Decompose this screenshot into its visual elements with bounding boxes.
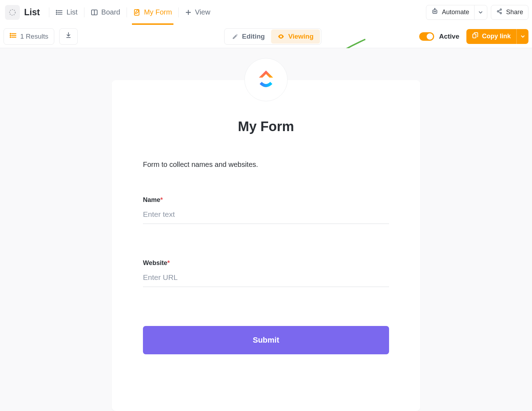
download-icon <box>65 32 72 41</box>
submit-button[interactable]: Submit <box>143 326 389 354</box>
secondary-toolbar: 1 Results Editing Viewing Active <box>0 25 532 48</box>
name-label-text: Name <box>143 196 160 203</box>
required-indicator: * <box>167 259 170 266</box>
svg-point-0 <box>10 10 15 15</box>
copy-link-main[interactable]: Copy link <box>466 29 516 44</box>
tab-label: My Form <box>144 8 172 16</box>
board-icon <box>91 9 98 16</box>
tab-label: Board <box>101 8 120 16</box>
results-label: 1 Results <box>20 33 48 40</box>
field-name: Name* <box>143 196 389 224</box>
right-tools: Active Copy link <box>419 29 528 44</box>
share-icon <box>496 8 503 16</box>
svg-line-20 <box>499 10 500 11</box>
plus-icon <box>185 9 192 16</box>
mode-segment: Editing Viewing <box>224 28 321 45</box>
download-button[interactable] <box>59 28 78 45</box>
svg-point-19 <box>500 12 501 14</box>
list-title: List <box>24 7 40 17</box>
viewing-mode-button[interactable]: Viewing <box>271 29 320 44</box>
list-status-icon[interactable] <box>5 5 20 20</box>
svg-line-21 <box>499 12 500 13</box>
svg-rect-29 <box>473 34 476 38</box>
brand-logo <box>244 58 288 101</box>
results-button[interactable]: 1 Results <box>4 28 54 45</box>
svg-point-4 <box>56 10 57 11</box>
share-label: Share <box>506 9 523 16</box>
list-badge: List <box>4 5 44 20</box>
tab-label: View <box>195 8 210 16</box>
automate-main[interactable]: Automate <box>426 5 474 19</box>
copy-link-label: Copy link <box>482 33 511 40</box>
svg-point-17 <box>497 11 499 12</box>
form-description: Form to collect names and websites. <box>143 161 389 169</box>
robot-icon <box>431 8 438 17</box>
pencil-icon <box>232 33 238 40</box>
copy-icon <box>472 32 478 40</box>
field-label-name: Name* <box>143 196 389 204</box>
field-website: Website* <box>143 259 389 287</box>
svg-point-6 <box>56 14 57 15</box>
svg-rect-12 <box>433 10 437 13</box>
tab-my-form[interactable]: My Form <box>132 0 173 25</box>
view-bar: List List Board My Form View <box>0 0 532 25</box>
svg-point-26 <box>10 35 11 36</box>
separator <box>178 7 179 17</box>
field-label-website: Website* <box>143 259 389 267</box>
separator <box>127 7 127 17</box>
required-indicator: * <box>160 196 163 203</box>
editing-mode-button[interactable]: Editing <box>226 29 271 44</box>
name-input[interactable] <box>143 204 389 224</box>
list-icon <box>56 9 63 16</box>
form-icon <box>133 9 140 16</box>
automate-button[interactable]: Automate <box>426 5 487 20</box>
svg-point-5 <box>56 12 57 13</box>
automate-dropdown[interactable] <box>474 5 487 19</box>
tab-list[interactable]: List <box>54 0 79 25</box>
svg-point-14 <box>435 11 436 12</box>
separator <box>84 7 84 17</box>
automate-label: Automate <box>442 9 469 16</box>
eye-icon <box>278 33 285 40</box>
form-title: My Form <box>143 119 389 134</box>
copy-link-dropdown[interactable] <box>516 29 528 44</box>
svg-point-25 <box>10 33 11 34</box>
editing-label: Editing <box>242 33 265 40</box>
tab-add-view[interactable]: View <box>184 0 212 25</box>
share-button[interactable]: Share <box>491 5 528 20</box>
tab-board[interactable]: Board <box>89 0 122 25</box>
svg-point-18 <box>500 9 501 10</box>
form-card: My Form Form to collect names and websit… <box>112 80 420 411</box>
viewing-label: Viewing <box>288 33 314 40</box>
svg-point-16 <box>434 9 435 9</box>
website-label-text: Website <box>143 259 167 266</box>
toggle-switch-icon <box>419 32 434 41</box>
tab-label: List <box>66 8 77 16</box>
active-toggle[interactable]: Active <box>419 32 459 41</box>
website-input[interactable] <box>143 267 389 287</box>
separator <box>49 7 49 17</box>
svg-point-27 <box>10 37 11 38</box>
svg-rect-28 <box>66 37 71 38</box>
active-label: Active <box>439 33 459 40</box>
results-icon <box>10 32 17 41</box>
form-canvas: My Form Form to collect names and websit… <box>0 48 532 411</box>
svg-point-13 <box>434 11 434 12</box>
copy-link-button[interactable]: Copy link <box>466 29 528 44</box>
